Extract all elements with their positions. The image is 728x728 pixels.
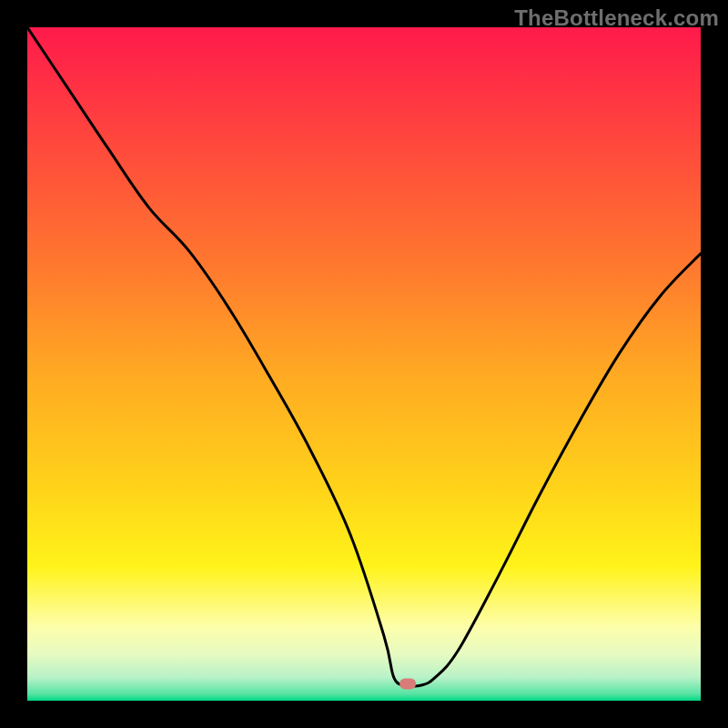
chart-frame: TheBottleneck.com <box>0 0 728 728</box>
gradient-background <box>27 27 701 701</box>
bottleneck-chart <box>27 27 701 701</box>
optimal-marker <box>399 679 416 690</box>
